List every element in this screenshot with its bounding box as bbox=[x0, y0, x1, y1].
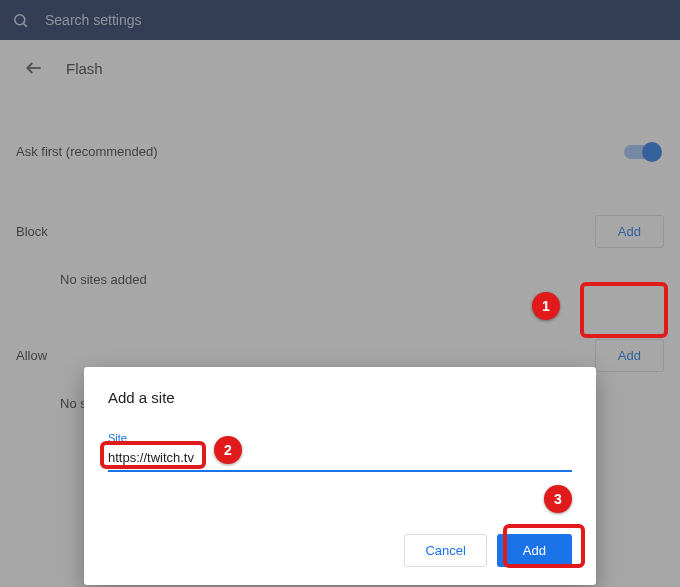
dialog-title: Add a site bbox=[108, 389, 572, 406]
site-field-wrap bbox=[108, 446, 572, 472]
dialog-actions: Cancel Add bbox=[108, 534, 572, 567]
site-input[interactable] bbox=[108, 446, 572, 472]
cancel-button[interactable]: Cancel bbox=[404, 534, 486, 567]
add-site-dialog: Add a site Site Cancel Add bbox=[84, 367, 596, 585]
add-button[interactable]: Add bbox=[497, 534, 572, 567]
site-field-label: Site bbox=[108, 432, 572, 444]
